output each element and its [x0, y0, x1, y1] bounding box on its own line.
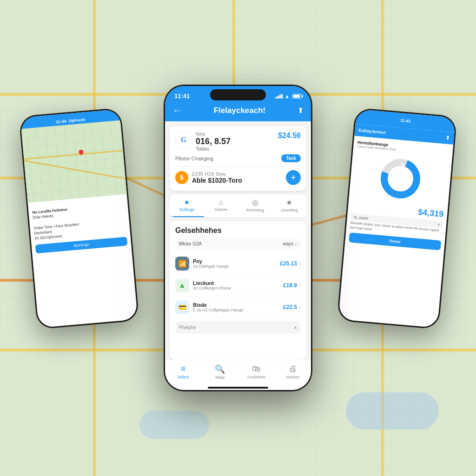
left-time: 11:44	[55, 119, 66, 125]
list-item-2-sub: £ 28 AS Collpdagan Hange	[193, 308, 279, 312]
chevron-right-icon-0: ›	[299, 260, 301, 267]
card-icon: 💳	[178, 304, 186, 311]
right-time: 11:41	[400, 118, 411, 124]
top-card: G New 016, 8.57 Tobles $24.56 Plbrlor Ch…	[170, 126, 306, 191]
left-header-title: Upl•scin	[68, 117, 85, 123]
right-dropdown-value: 31, 94309	[354, 215, 369, 220]
chevron-right-icon-2: ›	[299, 304, 301, 311]
nav-auctiunen-label: Auctiunen	[247, 375, 265, 379]
card-sub: Tobles	[196, 146, 274, 152]
phone-notch	[210, 89, 266, 100]
tab-fonrming-icon: ◎	[252, 198, 258, 207]
collapse-row[interactable]: Phelphe ∧	[175, 321, 301, 334]
sim-icon: 📶	[178, 260, 186, 267]
tab-unenting-label: Unenting	[281, 208, 298, 212]
collapse-icon: ∧	[294, 325, 297, 330]
coin-icon: $	[175, 171, 188, 184]
list-item-1-sub: 30 Collfengrn Phone	[193, 286, 279, 291]
tab-home-label: Hom•e	[215, 207, 227, 212]
list-section: Gelsehhehes Mlcke G2A ways ↓ 📶 Poy 39	[170, 221, 306, 360]
main-content: G New 016, 8.57 Tobles $24.56 Plbrlor Ch…	[165, 121, 311, 360]
list-item-2-name: Bisde	[193, 302, 279, 308]
left-snipe-label: Snipe Time	[33, 225, 53, 230]
card-description: Plbrlor Chalrging	[175, 156, 213, 161]
nav-select-icon: ≡	[181, 364, 186, 374]
list-item-0[interactable]: 📶 Poy 39 Dilehgah Hange £25.13 ›	[175, 253, 301, 275]
tab-gollings-label: Gollings	[179, 207, 194, 212]
phone-right: 11:41 EuDayJeckon ⬆ Hentsllankange Catsi…	[337, 107, 457, 329]
list-item-1-amount: £19.9 ›	[283, 282, 301, 289]
card-number: 016, 8.57	[196, 137, 274, 146]
list-item-2-icon: 💳	[175, 300, 189, 314]
list-item-2[interactable]: 💳 Bisde £ 28 AS Collpdagan Hange £22.5 ›	[175, 297, 301, 318]
nav-tetail[interactable]: 🔍 Tetail	[202, 363, 238, 381]
task-badge[interactable]: Task	[281, 154, 301, 162]
nav-nouner[interactable]: 🖨 Nouner	[275, 363, 311, 381]
share-button[interactable]: ⬆	[298, 106, 304, 115]
nav-auctiunen[interactable]: 🛍 Auctiunen	[238, 363, 275, 381]
filter-sort: ways ↓	[283, 241, 297, 246]
main-header-title: Flelayckeach!	[214, 106, 266, 115]
list-item-0-amount: £25.13 ›	[280, 260, 301, 267]
list-item-0-info: Poy 39 Dilehgah Hange	[189, 258, 280, 269]
home-indicator	[208, 387, 268, 389]
left-content: No Lera0la Felletion Drlar Hekste Snipe …	[28, 198, 132, 258]
right-header-title: EuDayJeckon	[358, 128, 386, 135]
collapse-label: Phelphe	[179, 325, 196, 330]
bottom-card-info: £335 H18 Sew Able $1020-Toro	[188, 171, 286, 184]
card-price: $24.56	[278, 132, 301, 140]
main-status-time: 11:41	[174, 93, 190, 99]
list-item-1-info: Lieckunt 30 Collfengrn Phone	[189, 280, 283, 291]
tab-home-icon: ⌂	[218, 198, 223, 206]
list-item-0-name: Poy	[193, 258, 276, 264]
list-item-2-amount: £22.5 ›	[283, 304, 301, 311]
list-title: Gelsehhehes	[175, 226, 301, 235]
phone-main: 11:41 ▲ ← Flelayckeach!	[164, 85, 312, 391]
chevron-down-icon: ∨	[437, 223, 440, 226]
right-share-icon: ⬆	[445, 134, 450, 141]
wifi-icon: ▲	[284, 93, 290, 99]
filter-label: Mlcke G2A	[179, 241, 202, 246]
signal-icon	[276, 94, 283, 99]
right-donut-chart	[375, 153, 425, 204]
phone-scene: 11:44 Upl•scin No Lera0la Felletion Drla…	[0, 0, 476, 476]
signal-icon-item: ▲	[178, 281, 186, 290]
nav-tetail-label: Tetail	[215, 375, 225, 380]
list-item-0-sub: 39 Dilehgah Hange	[193, 264, 276, 269]
battery-icon	[292, 94, 302, 99]
nav-tetail-icon: 🔍	[215, 364, 225, 374]
nav-nouner-icon: 🖨	[289, 364, 297, 374]
status-icons: ▲	[276, 93, 302, 99]
nav-auctiunen-icon: 🛍	[252, 364, 260, 374]
bottom-card-row: $ £335 H18 Sew Able $1020-Toro +	[175, 170, 301, 185]
list-item-2-info: Bisde £ 28 AS Collpdagan Hange	[189, 302, 283, 312]
list-item-1[interactable]: ▲ Lieckunt 30 Collfengrn Phone £19.9 ›	[175, 275, 301, 297]
tab-fonrming-label: Fonrming	[246, 208, 264, 212]
tabs-bar: ● Gollings ⌂ Hom•e ◎ Fonrming ★ Unenting	[170, 194, 306, 217]
nav-select[interactable]: ≡ Select	[165, 363, 202, 381]
bottom-card-value: Able $1020-Toro	[192, 177, 282, 184]
card-info: New 016, 8.57 Tobles	[192, 132, 278, 152]
list-item-1-name: Lieckunt	[193, 280, 279, 286]
phone-left: 11:44 Upl•scin No Lera0la Felletion Drla…	[19, 107, 139, 329]
tab-unenting[interactable]: ★ Unenting	[272, 194, 307, 217]
tab-home[interactable]: ⌂ Hom•e	[204, 194, 238, 217]
tab-unenting-icon: ★	[286, 198, 292, 207]
app-header: ← Flelayckeach! ⬆	[165, 102, 311, 121]
add-button[interactable]: +	[286, 170, 301, 185]
bottom-nav: ≡ Select 🔍 Tetail 🛍 Auctiunen 🖨 Nouner	[165, 360, 311, 390]
tab-fonrming[interactable]: ◎ Fonrming	[238, 194, 272, 217]
back-button[interactable]: ←	[172, 105, 182, 116]
filter-row[interactable]: Mlcke G2A ways ↓	[175, 238, 301, 249]
right-content: Hentsllankange Catsin Dalv Hierllation R…	[345, 136, 453, 252]
left-map	[20, 120, 131, 203]
bottom-card-sub: £335 H18 Sew	[192, 171, 282, 177]
left-snipe-value: • Feur /Dueden/	[53, 222, 79, 229]
nav-select-label: Select	[178, 375, 189, 379]
left-dev-label: Devlmhent	[34, 230, 52, 235]
phone-main-screen: 11:41 ▲ ← Flelayckeach!	[165, 86, 311, 390]
nav-nouner-label: Nouner	[286, 375, 300, 379]
tab-gollings[interactable]: ● Gollings	[170, 194, 204, 217]
google-logo: G	[175, 132, 192, 148]
list-item-0-icon: 📶	[175, 257, 189, 271]
